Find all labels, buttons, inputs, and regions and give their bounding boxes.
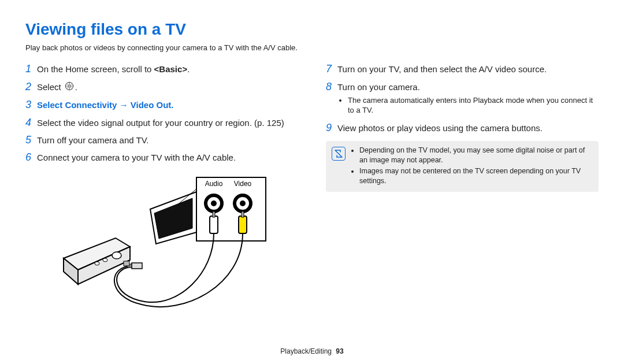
steps-right: 7Turn on your TV, and then select the A/… bbox=[326, 63, 599, 134]
left-column: 1On the Home screen, scroll to <Basic>.2… bbox=[25, 63, 298, 313]
note-icon bbox=[332, 147, 346, 161]
step-number: 2 bbox=[25, 81, 37, 93]
step-text: Turn on your camera.The camera automatic… bbox=[337, 81, 599, 117]
step-number: 8 bbox=[326, 81, 337, 93]
step-number: 4 bbox=[25, 117, 37, 129]
step-text: Turn on your TV, and then select the A/V… bbox=[337, 63, 599, 75]
camera-tv-cable-illustration: Audio Video bbox=[52, 169, 272, 313]
svg-rect-18 bbox=[242, 211, 244, 217]
video-jack-label: Video bbox=[234, 180, 252, 188]
step-number: 1 bbox=[25, 63, 37, 75]
note-list: Depending on the TV model, you may see s… bbox=[359, 146, 593, 187]
step-item: 9View photos or play videos using the ca… bbox=[326, 122, 599, 134]
footer-section: Playback/Editing bbox=[280, 347, 332, 355]
svg-point-22 bbox=[112, 252, 121, 259]
step-sub-bullets: The camera automatically enters into Pla… bbox=[348, 95, 599, 116]
svg-rect-16 bbox=[213, 211, 215, 217]
step-number: 7 bbox=[326, 63, 337, 75]
svg-point-23 bbox=[103, 258, 107, 262]
footer-page-number: 93 bbox=[336, 347, 343, 355]
svg-rect-17 bbox=[239, 216, 247, 233]
step-text: View photos or play videos using the cam… bbox=[337, 122, 599, 134]
note-box: Depending on the TV model, you may see s… bbox=[326, 141, 599, 192]
page-subtitle: Play back photos or videos by connecting… bbox=[25, 43, 599, 53]
step-item: 7Turn on your TV, and then select the A/… bbox=[326, 63, 599, 75]
page-footer: Playback/Editing 93 bbox=[0, 347, 624, 356]
connection-illustration: Audio Video bbox=[25, 169, 298, 313]
svg-point-24 bbox=[95, 262, 99, 265]
right-column: 7Turn on your TV, and then select the A/… bbox=[326, 63, 599, 313]
svg-point-14 bbox=[240, 200, 246, 206]
step-item: 5Turn off your camera and TV. bbox=[25, 134, 298, 146]
svg-line-6 bbox=[67, 84, 68, 84]
svg-point-12 bbox=[211, 200, 217, 206]
steps-left: 1On the Home screen, scroll to <Basic>.2… bbox=[25, 63, 298, 164]
svg-rect-15 bbox=[210, 216, 218, 233]
svg-line-7 bbox=[70, 87, 71, 88]
step-number: 6 bbox=[25, 151, 37, 164]
step-text: On the Home screen, scroll to <Basic>. bbox=[37, 63, 298, 75]
svg-line-9 bbox=[70, 84, 71, 84]
step-item: 4Select the video signal output for your… bbox=[25, 117, 298, 129]
note-item: Images may not be centered on the TV scr… bbox=[359, 166, 593, 186]
step-text: Select . bbox=[37, 81, 298, 94]
step-number: 3 bbox=[25, 99, 37, 111]
step-text: Select the video signal output for your … bbox=[37, 117, 298, 129]
svg-rect-19 bbox=[132, 263, 142, 269]
audio-jack-label: Audio bbox=[205, 180, 223, 188]
two-column-layout: 1On the Home screen, scroll to <Basic>.2… bbox=[25, 63, 599, 313]
step-text: Select Connectivity → Video Out. bbox=[37, 99, 298, 111]
step-text: Connect your camera to your TV with the … bbox=[37, 151, 298, 164]
manual-page: Viewing files on a TV Play back photos o… bbox=[0, 0, 624, 364]
step-item: 1On the Home screen, scroll to <Basic>. bbox=[25, 63, 298, 75]
step-item: 3Select Connectivity → Video Out. bbox=[25, 99, 298, 111]
step-number: 5 bbox=[25, 134, 37, 146]
svg-point-1 bbox=[68, 85, 70, 87]
step-item: 2Select . bbox=[25, 81, 298, 94]
step-number: 9 bbox=[326, 122, 337, 134]
step-item: 6Connect your camera to your TV with the… bbox=[25, 151, 298, 164]
svg-line-8 bbox=[67, 87, 68, 88]
page-title: Viewing files on a TV bbox=[25, 18, 599, 40]
step-sub-bullet: The camera automatically enters into Pla… bbox=[348, 95, 599, 116]
step-item: 8Turn on your camera.The camera automati… bbox=[326, 81, 599, 117]
step-text: Turn off your camera and TV. bbox=[37, 134, 298, 146]
gear-icon bbox=[65, 81, 74, 94]
note-item: Depending on the TV model, you may see s… bbox=[359, 146, 593, 165]
svg-rect-25 bbox=[124, 261, 129, 266]
